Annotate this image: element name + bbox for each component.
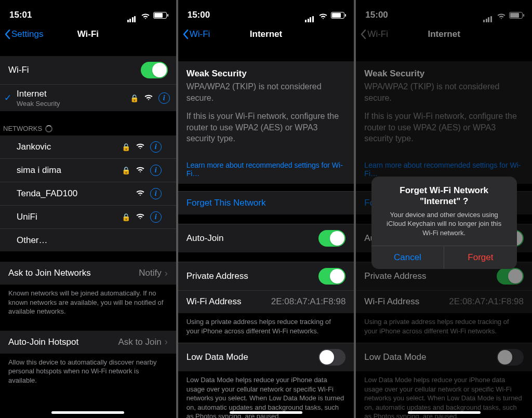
lock-icon: 🔒: [122, 166, 130, 174]
forget-network-button[interactable]: Forget This Network: [178, 191, 354, 214]
connected-note: Weak Security: [17, 100, 130, 107]
wifi-address-label: Wi-Fi Address: [364, 296, 449, 307]
network-row[interactable]: Tenda_FAD100 i: [0, 182, 176, 205]
private-address-row[interactable]: Private Address: [178, 262, 354, 290]
checkmark-icon: ✓: [4, 92, 11, 103]
private-address-label: Private Address: [187, 271, 319, 281]
wifi-strength-icon: [136, 142, 145, 152]
network-name: Other…: [17, 235, 168, 246]
network-name: sima i dima: [17, 165, 122, 176]
network-row[interactable]: sima i dima 🔒 i: [0, 158, 176, 182]
wifi-address-value: 2E:08:A7:A1:F8:98: [449, 296, 524, 307]
ask-value: Notify: [139, 268, 161, 278]
wifi-icon: [318, 11, 328, 19]
nav-bar: Wi-Fi Internet: [178, 23, 354, 46]
info-icon[interactable]: i: [150, 141, 162, 153]
lock-icon: 🔒: [122, 143, 130, 151]
status-time: 15:00: [188, 10, 305, 20]
status-bar: 15:01: [0, 0, 176, 23]
network-name: Jankovic: [17, 142, 122, 152]
ask-footer: Known networks will be joined automatica…: [0, 285, 176, 320]
home-indicator[interactable]: [230, 411, 302, 414]
alert-cancel-button[interactable]: Cancel: [371, 246, 445, 269]
hotspot-footer: Allow this device to automatically disco…: [0, 354, 176, 389]
wifi-address-value: 2E:08:A7:A1:F8:98: [271, 296, 346, 307]
private-address-toggle[interactable]: [318, 268, 345, 285]
chevron-right-icon: ›: [165, 336, 168, 347]
networks-header: NETWORKS: [0, 122, 176, 136]
ask-label: Ask to Join Networks: [8, 268, 139, 278]
lock-icon: 🔒: [122, 213, 130, 221]
info-icon[interactable]: i: [158, 92, 170, 104]
home-indicator[interactable]: [408, 411, 481, 414]
network-row[interactable]: Jankovic 🔒 i: [0, 136, 176, 158]
screen-wifi-list: 15:01 Settings Wi-Fi Wi-Fi ✓ Internet We…: [0, 0, 176, 418]
cellular-icon: [127, 12, 138, 18]
screen-forget-alert: 15:00 Wi-Fi Internet Weak Security WPA/W…: [356, 0, 532, 418]
status-bar: 15:00: [178, 0, 354, 23]
ask-to-join-row[interactable]: Ask to Join Networks Notify ›: [0, 262, 176, 285]
info-icon[interactable]: i: [150, 188, 162, 199]
wifi-address-label: Wi-Fi Address: [187, 296, 271, 307]
wifi-icon: [141, 11, 150, 19]
connected-network-row[interactable]: ✓ Internet Weak Security 🔒 i: [0, 84, 176, 111]
lock-icon: 🔒: [130, 94, 139, 102]
autojoin-toggle[interactable]: [318, 230, 345, 247]
screen-network-detail: 15:00 Wi-Fi Internet Weak Security WPA/W…: [178, 0, 354, 418]
status-time: 15:01: [9, 10, 127, 20]
low-data-toggle[interactable]: [318, 349, 345, 366]
spinner-icon: [45, 125, 52, 132]
security-line2: If this is your Wi-Fi network, configure…: [187, 111, 346, 144]
nav-bar: Wi-Fi Internet: [356, 23, 532, 46]
low-data-label: Low Data Mode: [364, 352, 497, 362]
info-icon[interactable]: i: [150, 165, 162, 176]
cellular-icon: [305, 12, 315, 18]
home-indicator[interactable]: [51, 411, 124, 414]
alert-forget-button[interactable]: Forget: [444, 246, 517, 269]
auto-join-hotspot-row[interactable]: Auto-Join Hotspot Ask to Join ›: [0, 331, 176, 354]
security-title: Weak Security: [187, 69, 346, 79]
info-icon[interactable]: i: [150, 211, 162, 223]
wifi-address-row: Wi-Fi Address 2E:08:A7:A1:F8:98: [178, 290, 354, 313]
network-row[interactable]: UniFi 🔒 i: [0, 205, 176, 228]
hotspot-label: Auto-Join Hotspot: [8, 337, 118, 347]
nav-title: Wi-Fi: [4, 29, 172, 39]
wifi-strength-icon: [144, 93, 153, 103]
autojoin-label: Auto-Join: [187, 233, 319, 244]
battery-icon: [153, 12, 167, 19]
private-address-footer: Using a private address helps reduce tra…: [178, 313, 354, 340]
network-name: Tenda_FAD100: [17, 188, 136, 199]
low-data-label: Low Data Mode: [187, 352, 319, 362]
wifi-strength-icon: [136, 212, 145, 222]
chevron-right-icon: ›: [165, 268, 168, 279]
wifi-strength-icon: [136, 188, 145, 199]
nav-title: Internet: [360, 29, 528, 39]
nav-bar: Settings Wi-Fi: [0, 23, 176, 46]
low-data-toggle[interactable]: [497, 349, 524, 366]
low-data-row[interactable]: Low Data Mode: [356, 343, 532, 371]
nav-title: Internet: [182, 29, 350, 39]
security-line2: If this is your Wi-Fi network, configure…: [364, 111, 524, 144]
hotspot-value: Ask to Join: [118, 337, 162, 347]
status-bar: 15:00: [356, 0, 532, 23]
wifi-toggle-label: Wi-Fi: [8, 65, 141, 75]
weak-security-block: Weak Security WPA/WPA2 (TKIP) is not con…: [356, 61, 532, 159]
network-row[interactable]: Other…: [0, 228, 176, 251]
private-address-toggle[interactable]: [497, 268, 524, 285]
security-line1: WPA/WPA2 (TKIP) is not considered secure…: [364, 81, 524, 103]
forget-alert: Forget Wi-Fi Network "Internet" ? Your d…: [371, 177, 517, 269]
low-data-row[interactable]: Low Data Mode: [178, 343, 354, 371]
alert-message: Your device and other devices using iClo…: [371, 207, 517, 246]
wifi-toggle-row[interactable]: Wi-Fi: [0, 56, 176, 84]
wifi-toggle[interactable]: [141, 62, 168, 78]
wifi-strength-icon: [136, 165, 145, 176]
battery-icon: [331, 12, 344, 19]
private-address-footer: Using a private address helps reduce tra…: [356, 313, 532, 340]
wifi-address-row: Wi-Fi Address 2E:08:A7:A1:F8:98: [356, 290, 532, 313]
auto-join-row[interactable]: Auto-Join: [178, 224, 354, 252]
learn-more-link[interactable]: Learn more about recommended settings fo…: [178, 159, 354, 184]
network-name: UniFi: [17, 212, 122, 222]
weak-security-block: Weak Security WPA/WPA2 (TKIP) is not con…: [178, 61, 354, 159]
battery-icon: [509, 12, 523, 19]
wifi-icon: [497, 11, 506, 19]
